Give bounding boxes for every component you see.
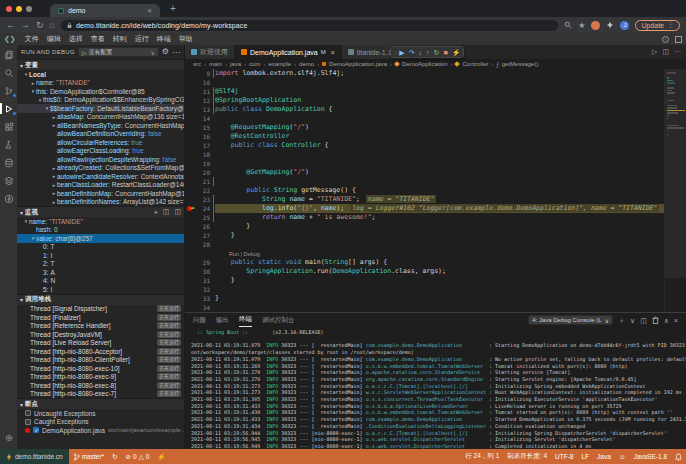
problems-indicator[interactable]: ⊘0 △0 <box>122 453 154 461</box>
code-line[interactable]: 9import lombok.extern.slf4j.Slf4j; <box>185 69 664 78</box>
gutter[interactable]: 27 <box>185 231 215 240</box>
thread-row[interactable]: Thread [http-nio-8080-exec-7]正在运行 <box>17 390 184 399</box>
breakpoint-row[interactable]: DemoApplication.javasrc/main/java/com/ex… <box>17 426 184 435</box>
gutter[interactable]: 17 <box>185 141 215 150</box>
back-icon[interactable]: ← <box>6 21 15 30</box>
watch-row[interactable]: ▾name:"TITANIDE" <box>17 217 184 226</box>
breadcrumb-item[interactable]: getMessage() <box>502 61 539 67</box>
variable-row[interactable]: ▸name:"TITANIDE" <box>17 79 184 88</box>
gutter[interactable]: 9 <box>185 69 215 78</box>
menubar-item[interactable]: 终端 <box>153 34 175 44</box>
notifications-bell[interactable] <box>671 453 686 461</box>
variable-row[interactable]: ▾this$0:DemoApplication$$EnhancerBySprin… <box>17 96 184 105</box>
gutter[interactable]: 16 <box>185 132 215 141</box>
code-line[interactable]: 33} <box>185 294 664 303</box>
gutter[interactable]: 11 <box>185 87 215 96</box>
code-line[interactable]: 34 <box>185 303 664 312</box>
code-line[interactable]: 31 } <box>185 276 664 285</box>
editor-tab[interactable]: DemoApplication.javaM× <box>235 45 342 59</box>
code-line[interactable]: 29 public static void main(String[] args… <box>185 258 664 267</box>
extensions-puzzle-icon[interactable] <box>606 21 614 29</box>
close-panel-icon[interactable]: × <box>674 317 678 324</box>
code-line[interactable]: 15 @RequestMapping("/") <box>185 123 664 132</box>
chevron-down-icon[interactable]: ∨ <box>630 317 635 324</box>
code-line[interactable]: →24 log.info("{}", name);log = Logger#10… <box>185 204 664 213</box>
forward-icon[interactable]: → <box>21 21 30 30</box>
debug-status-icon[interactable]: ⚡ <box>153 453 169 461</box>
variable-row[interactable]: ▸beanClassLoader:RestartClassLoader@140 <box>17 181 184 190</box>
continue-icon[interactable]: ▶ <box>399 49 404 56</box>
code-line[interactable]: 12@SpringBootApplication <box>185 96 664 105</box>
breadcrumb-item[interactable]: com <box>249 61 260 67</box>
test-flask-icon[interactable] <box>3 139 14 150</box>
gutter[interactable]: 28 <box>185 240 215 249</box>
variable-row[interactable]: ▸aliasMap:ConcurrentHashMap@136 size=1 <box>17 113 184 122</box>
code-line[interactable]: 28 <box>185 240 664 249</box>
search-icon[interactable] <box>564 21 572 29</box>
gutter[interactable]: 12 <box>185 96 215 105</box>
gutter[interactable]: 34 <box>185 303 215 312</box>
watch-section-header[interactable]: ▾ 监视 + ◫ ◫ <box>17 206 184 217</box>
split-editor-icon[interactable]: ◫ <box>662 48 669 56</box>
launch-config-dropdown[interactable]: ▷ 没有配置 ∨ <box>78 47 159 57</box>
watch-row[interactable]: 1:I <box>17 251 184 260</box>
step-into-icon[interactable]: ↓ <box>419 49 423 56</box>
code-line[interactable]: 25 return name + " is awesome!"; <box>185 213 664 222</box>
source-control-icon[interactable] <box>3 85 14 96</box>
watch-row[interactable]: ▾value:char[8]@257 <box>17 234 184 243</box>
code-line[interactable]: 17 public class Controller { <box>185 141 664 150</box>
code-line[interactable]: 18 <box>185 150 664 159</box>
breakpoints-section-header[interactable]: ▾ 断点 <box>17 398 184 409</box>
thread-row[interactable]: Thread [http-nio-8080-exec-10]正在运行 <box>17 364 184 373</box>
panel-tab[interactable]: 问题 <box>193 313 206 327</box>
bolt-icon[interactable] <box>3 193 14 204</box>
breadcrumb-item[interactable]: src <box>193 61 201 67</box>
code-line[interactable]: 30 SpringApplication.run(DemoApplication… <box>185 267 664 276</box>
variable-row[interactable]: ▸allBeanNamesByType:ConcurrentHashMap@13… <box>17 121 184 130</box>
thread-row[interactable]: Thread [http-nio-8080-exec-9]正在运行 <box>17 373 184 382</box>
code-line[interactable]: 21 <box>185 177 664 186</box>
gutter[interactable]: 32 <box>185 285 215 294</box>
window-minimize-button[interactable] <box>16 6 22 12</box>
menubar-item[interactable]: 选择 <box>65 34 87 44</box>
menubar-item[interactable]: 编辑 <box>43 34 65 44</box>
window-close-button[interactable] <box>6 6 12 12</box>
menubar-item[interactable]: 运行 <box>131 34 153 44</box>
code-line[interactable]: 14 <box>185 114 664 123</box>
run-file-icon[interactable]: ▷ <box>652 48 657 56</box>
breadcrumb-item[interactable]: example <box>268 61 291 67</box>
breakpoint-row[interactable]: Uncaught Exceptions <box>17 409 184 418</box>
thread-row[interactable]: Thread [Live Reload Server]正在运行 <box>17 339 184 348</box>
gutter[interactable]: 30 <box>185 267 215 276</box>
codelens-label[interactable]: Run | Debug <box>215 251 260 257</box>
restart-icon[interactable]: ↻ <box>434 49 440 56</box>
account-avatar[interactable]: J <box>620 21 629 30</box>
stop-icon[interactable]: ■ <box>443 49 447 56</box>
gutter[interactable]: 33 <box>185 294 215 303</box>
breakpoint-checkbox[interactable] <box>25 419 31 425</box>
gutter[interactable]: 14 <box>185 114 215 123</box>
code-line[interactable]: 26 } <box>185 222 664 231</box>
remote-indicator[interactable]: demo.titanide.cn <box>0 449 69 464</box>
maximize-panel-icon[interactable]: ∧ <box>664 317 669 324</box>
gutter[interactable]: 20 <box>185 168 215 177</box>
watch-row[interactable]: 5:I <box>17 285 184 294</box>
editor-tab[interactable]: 欢迎使用 <box>185 45 235 59</box>
update-button[interactable]: Update ⋮ <box>635 20 680 31</box>
thread-row[interactable]: Thread [http-nio-8080-ClientPoller]正在运行 <box>17 356 184 365</box>
sync-button[interactable]: ↻ <box>108 453 121 461</box>
code-line[interactable]: 16 @RestController <box>185 132 664 141</box>
code-line[interactable]: 22 public String getMessage() { <box>185 186 664 195</box>
watch-row[interactable]: 2:T <box>17 260 184 269</box>
browser-menu-icon[interactable]: ⋮ <box>667 21 674 29</box>
breadcrumb-item[interactable]: DemoApplication.java <box>329 61 387 67</box>
browser-tab[interactable]: demo × <box>50 4 160 17</box>
drag-handle-icon[interactable]: :: <box>394 49 395 55</box>
gutter[interactable]: 22 <box>185 186 215 195</box>
thread-row[interactable]: Thread [Reference Handler]正在运行 <box>17 322 184 331</box>
watch-row[interactable]: 3:A <box>17 268 184 277</box>
thread-row[interactable]: Thread [DestroyJavaVM]正在运行 <box>17 330 184 339</box>
reload-icon[interactable]: ↻ <box>36 21 44 30</box>
panel-tab[interactable]: 调试控制台 <box>262 313 295 327</box>
console-select[interactable]: 4: Java Debug Console (L ∨ <box>528 315 613 325</box>
